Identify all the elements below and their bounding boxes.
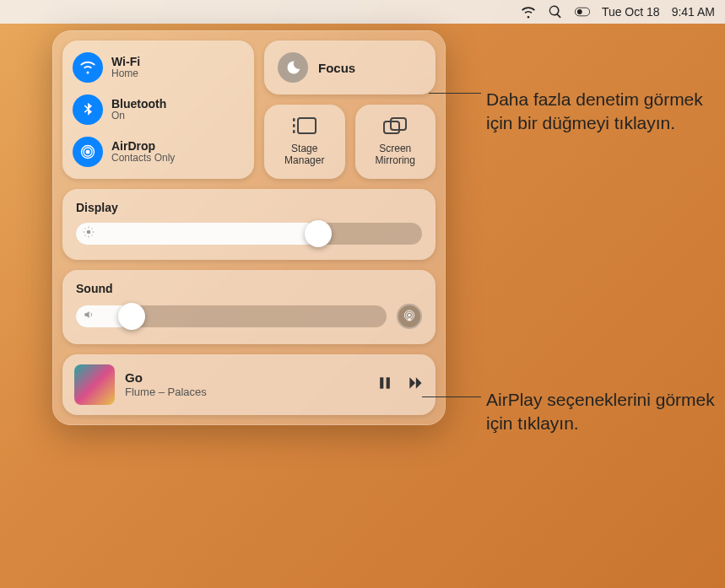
stage-manager-icon — [292, 116, 317, 140]
control-center-panel: Wi-Fi Home Bluetooth On AirDrop — [52, 30, 446, 425]
svg-point-20 — [408, 314, 410, 316]
airdrop-icon — [73, 137, 103, 167]
sound-volume-slider[interactable] — [76, 305, 387, 327]
callout-leader-line — [429, 93, 481, 94]
svg-point-1 — [577, 9, 582, 14]
svg-point-2 — [86, 150, 90, 154]
svg-line-17 — [92, 235, 93, 236]
sound-tile: Sound — [62, 270, 436, 344]
display-brightness-slider[interactable] — [76, 223, 422, 245]
bluetooth-title: Bluetooth — [111, 97, 166, 111]
callout-airplay: AirPlay seçeneklerini görmek için tıklay… — [486, 388, 722, 436]
track-artist: Flume – Palaces — [125, 386, 366, 399]
wifi-icon[interactable] — [521, 4, 536, 19]
wifi-icon — [73, 52, 103, 83]
pause-button[interactable] — [376, 375, 393, 395]
callout-leader-line — [422, 396, 481, 397]
focus-label: Focus — [318, 61, 355, 75]
bluetooth-toggle[interactable]: Bluetooth On — [73, 91, 244, 128]
svg-line-19 — [92, 228, 93, 229]
svg-rect-7 — [293, 130, 295, 133]
wifi-toggle[interactable]: Wi-Fi Home — [73, 49, 244, 86]
display-title: Display — [76, 201, 118, 214]
callout-focus: Daha fazla denetim görmek için bir düğme… — [486, 88, 714, 136]
moon-icon — [278, 52, 308, 83]
album-art — [74, 364, 115, 405]
airplay-audio-button[interactable] — [397, 304, 422, 329]
search-icon[interactable] — [548, 4, 563, 19]
svg-rect-6 — [293, 124, 295, 127]
stage-manager-button[interactable]: Stage Manager — [264, 105, 345, 179]
screen-mirroring-icon — [382, 116, 408, 140]
display-tile: Display — [62, 189, 436, 260]
wifi-subtitle: Home — [111, 68, 140, 80]
airdrop-title: AirDrop — [111, 139, 175, 153]
svg-rect-23 — [380, 377, 383, 388]
now-playing-tile[interactable]: Go Flume – Palaces — [62, 354, 436, 415]
menubar: Tue Oct 18 9:41 AM — [0, 0, 725, 24]
svg-rect-8 — [298, 118, 316, 133]
svg-rect-24 — [387, 377, 390, 388]
connectivity-tile: Wi-Fi Home Bluetooth On AirDrop — [62, 40, 254, 179]
bluetooth-icon — [73, 94, 103, 125]
track-title: Go — [125, 370, 366, 386]
svg-line-16 — [84, 228, 85, 229]
airdrop-subtitle: Contacts Only — [111, 153, 175, 165]
wifi-title: Wi-Fi — [111, 55, 140, 68]
next-track-button[interactable] — [407, 375, 424, 395]
bluetooth-subtitle: On — [111, 111, 166, 122]
sound-title: Sound — [76, 282, 113, 295]
brightness-icon — [83, 226, 95, 241]
stage-manager-label: Stage Manager — [284, 143, 324, 167]
airdrop-toggle[interactable]: AirDrop Contacts Only — [73, 133, 244, 170]
control-center-icon[interactable] — [575, 4, 590, 19]
svg-point-11 — [87, 230, 91, 235]
screen-mirroring-label: Screen Mirroring — [376, 143, 415, 167]
svg-line-18 — [84, 235, 85, 236]
speaker-icon — [83, 309, 95, 324]
screen-mirroring-button[interactable]: Screen Mirroring — [355, 105, 436, 179]
menubar-time[interactable]: 9:41 AM — [672, 5, 715, 19]
menubar-date[interactable]: Tue Oct 18 — [602, 5, 660, 19]
focus-button[interactable]: Focus — [264, 40, 436, 94]
svg-rect-5 — [293, 118, 295, 121]
